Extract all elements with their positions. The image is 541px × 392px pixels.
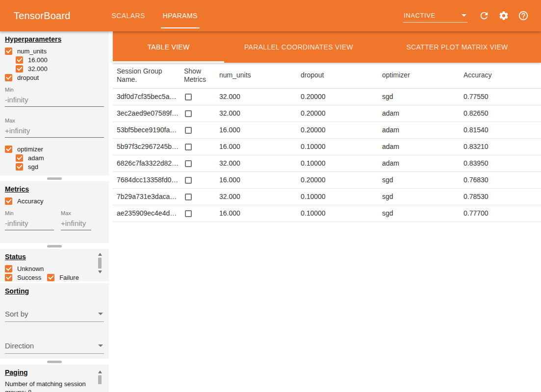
- num-units-16-row[interactable]: 16.000: [16, 55, 104, 64]
- optimizer-checkbox[interactable]: [5, 146, 12, 153]
- chevron-down-icon: [462, 14, 466, 17]
- num-units-32-checkbox[interactable]: [16, 65, 23, 73]
- metric-accuracy-row[interactable]: Accuracy: [5, 196, 104, 205]
- optimizer-adam-checkbox[interactable]: [16, 154, 23, 162]
- refresh-icon: [479, 10, 489, 21]
- table-row: 3df0d7cf35bec5a… 32.000 0.20000 sgd 0.77…: [113, 88, 541, 105]
- cell-optimizer: adam: [378, 138, 460, 155]
- scroll-down-icon[interactable]: [98, 270, 102, 273]
- show-metrics-checkbox[interactable]: [185, 194, 192, 200]
- sort-by-dropdown[interactable]: Sort by: [5, 307, 104, 322]
- help-button[interactable]: [514, 6, 533, 25]
- cell-num-units: 16.000: [215, 138, 297, 155]
- show-metrics-checkbox[interactable]: [185, 144, 192, 150]
- tensorboard-app: TensorBoard SCALARS HPARAMS INACTIVE Hyp…: [0, 0, 541, 392]
- status-heading: Status: [5, 249, 104, 261]
- cell-accuracy: 0.78530: [460, 188, 541, 205]
- status-success-checkbox[interactable]: [5, 274, 12, 281]
- top-app-bar: TensorBoard SCALARS HPARAMS INACTIVE: [0, 0, 541, 31]
- status-success-row[interactable]: Success: [5, 273, 41, 281]
- metric-max-label: Max: [61, 210, 91, 216]
- status-failure-row[interactable]: Failure: [47, 273, 79, 281]
- num-units-16-checkbox[interactable]: [16, 56, 23, 64]
- run-status-dropdown[interactable]: INACTIVE: [403, 9, 467, 23]
- tab-parallel-coordinates-view[interactable]: PARALLEL COORDINATES VIEW: [224, 31, 373, 63]
- accuracy-checkbox[interactable]: [5, 197, 12, 205]
- panel-gap: [0, 359, 109, 365]
- accuracy-label: Accuracy: [17, 197, 43, 205]
- show-metrics-checkbox[interactable]: [185, 127, 192, 134]
- show-metrics-checkbox[interactable]: [185, 210, 192, 217]
- metric-minmax: Min Max: [5, 205, 104, 230]
- session-group-name: 5b97f3c2967245b…: [113, 138, 180, 155]
- resize-handle[interactable]: [47, 361, 62, 363]
- show-metrics-checkbox[interactable]: [185, 177, 192, 184]
- col-dropout: dropout: [297, 63, 378, 88]
- hparam-optimizer-row[interactable]: optimizer: [5, 145, 104, 153]
- session-group-name: 53bf5bece9190fa…: [113, 122, 180, 138]
- num-units-32-label: 32.000: [28, 65, 48, 73]
- metric-max-input[interactable]: [61, 216, 91, 230]
- scroll-up-icon[interactable]: [98, 253, 102, 256]
- num-units-label: num_units: [17, 48, 47, 55]
- cell-optimizer: sgd: [378, 205, 460, 221]
- cell-accuracy: 0.82650: [460, 105, 541, 122]
- num-units-checkbox[interactable]: [5, 48, 12, 55]
- metrics-panel: Metrics Accuracy Min Max: [0, 181, 109, 243]
- status-unknown-checkbox[interactable]: [5, 265, 12, 272]
- scrollbar-thumb[interactable]: [98, 375, 102, 384]
- tab-scatter-plot-matrix-view[interactable]: SCATTER PLOT MATRIX VIEW: [373, 31, 541, 63]
- direction-dropdown[interactable]: Direction: [5, 339, 104, 354]
- col-session-group-name: Session Group Name.: [113, 63, 180, 88]
- metric-max-field: Max: [61, 205, 91, 230]
- hparam-num-units-row[interactable]: num_units: [5, 47, 104, 55]
- settings-button[interactable]: [494, 6, 514, 25]
- num-units-32-row[interactable]: 32.000: [16, 64, 104, 73]
- app-title: TensorBoard: [14, 10, 71, 22]
- nav-tab-scalars[interactable]: SCALARS: [103, 0, 154, 31]
- sort-by-value: Sort by: [5, 310, 28, 318]
- cell-accuracy: 0.83950: [460, 155, 541, 172]
- dropout-min-input[interactable]: [5, 93, 104, 107]
- scroll-up-icon[interactable]: [98, 370, 102, 373]
- show-metrics-checkbox[interactable]: [185, 160, 192, 167]
- cell-dropout: 0.20000: [297, 172, 378, 188]
- status-unknown-row[interactable]: Unknown: [5, 264, 44, 273]
- sidebar: Hyperparameters num_units 16.000 32.000 …: [0, 31, 109, 392]
- cell-dropout: 0.10000: [297, 205, 378, 221]
- cell-num-units: 16.000: [215, 205, 297, 221]
- status-failure-checkbox[interactable]: [47, 274, 54, 281]
- cell-optimizer: adam: [378, 155, 460, 172]
- status-scrollbar[interactable]: [98, 253, 102, 278]
- nav-tab-hparams[interactable]: HPARAMS: [154, 0, 206, 31]
- show-metrics-checkbox[interactable]: [185, 110, 192, 117]
- hparam-dropout-row[interactable]: dropout: [5, 73, 104, 82]
- status-options: Unknown Success Failure Running: [5, 264, 104, 281]
- metric-min-input[interactable]: [5, 216, 54, 230]
- cell-num-units: 32.000: [215, 155, 297, 172]
- optimizer-adam-label: adam: [28, 154, 44, 162]
- tab-table-view[interactable]: TABLE VIEW: [113, 31, 224, 63]
- dropout-checkbox[interactable]: [5, 74, 12, 81]
- cell-accuracy: 0.77700: [460, 205, 541, 221]
- resize-handle[interactable]: [47, 177, 62, 180]
- optimizer-sgd-checkbox[interactable]: [16, 163, 23, 171]
- metric-min-field: Min: [5, 205, 54, 230]
- sorting-heading: Sorting: [5, 283, 104, 295]
- scrollbar-thumb[interactable]: [98, 258, 102, 269]
- resize-handle[interactable]: [47, 245, 62, 247]
- cell-dropout: 0.10000: [297, 138, 378, 155]
- cell-optimizer: adam: [378, 122, 460, 138]
- status-failure-label: Failure: [59, 274, 79, 281]
- hyperparameters-panel: Hyperparameters num_units 16.000 32.000 …: [0, 31, 109, 175]
- optimizer-adam-row[interactable]: adam: [16, 153, 104, 162]
- optimizer-sgd-row[interactable]: sgd: [16, 162, 104, 171]
- matching-groups-text: Number of matching session groups: 8: [5, 380, 104, 392]
- session-group-name: 3df0d7cf35bec5a…: [113, 88, 180, 105]
- show-metrics-checkbox[interactable]: [185, 94, 192, 100]
- dropout-max-input[interactable]: [5, 123, 104, 138]
- paging-scrollbar[interactable]: [98, 370, 102, 386]
- session-group-name: ae235909ec4e4d…: [113, 205, 180, 221]
- reload-button[interactable]: [474, 6, 494, 25]
- cell-num-units: 16.000: [215, 172, 297, 188]
